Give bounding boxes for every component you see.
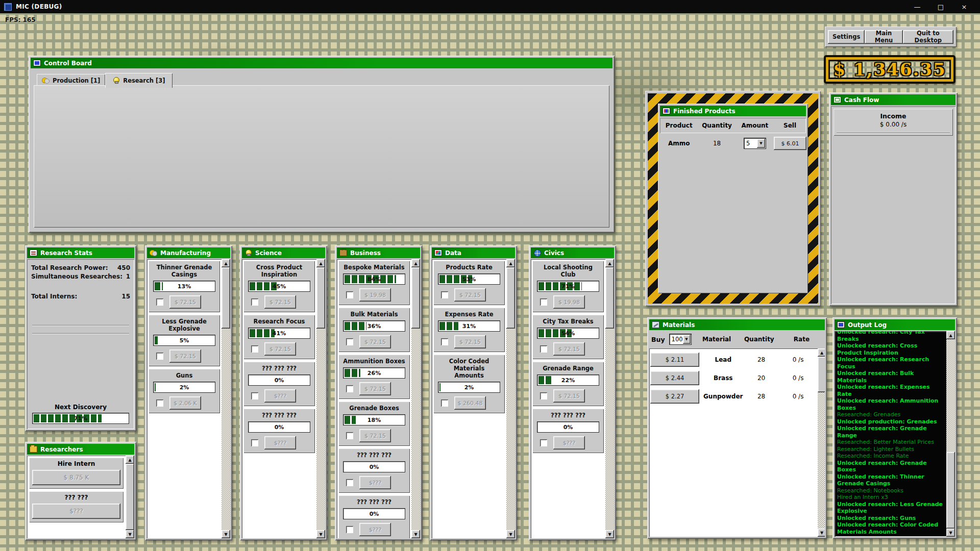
scroll-up-button[interactable]: ▲ <box>316 259 325 267</box>
minimize-button[interactable]: — <box>905 0 929 13</box>
scroll-down-button[interactable]: ▼ <box>506 530 515 538</box>
scrollbar[interactable]: ▲ ▼ <box>222 259 230 538</box>
scroll-track[interactable] <box>411 267 420 530</box>
auto-research-checkbox[interactable] <box>346 479 353 486</box>
scroll-track[interactable] <box>506 267 515 530</box>
fund-research-button[interactable]: $ 72.15 <box>553 389 585 403</box>
auto-research-checkbox[interactable] <box>346 338 353 345</box>
settings-button[interactable]: Settings <box>828 30 865 44</box>
close-button[interactable]: × <box>952 0 976 13</box>
auto-research-checkbox[interactable] <box>251 392 258 399</box>
auto-research-checkbox[interactable] <box>156 399 163 407</box>
dropdown-arrow-icon[interactable]: ▼ <box>683 335 691 344</box>
auto-research-checkbox[interactable] <box>441 399 448 407</box>
scroll-track[interactable] <box>946 339 955 529</box>
fund-research-button[interactable]: $ 2.06 K <box>169 396 201 410</box>
scroll-down-button[interactable]: ▼ <box>946 529 955 537</box>
fund-research-button[interactable]: $ 72.15 <box>169 295 201 309</box>
stat-value: 15 <box>121 293 130 300</box>
sell-amount-dropdown[interactable]: 5 ▼ <box>744 138 766 149</box>
scroll-up-button[interactable]: ▲ <box>605 259 614 267</box>
auto-research-checkbox[interactable] <box>441 291 448 298</box>
fund-research-button[interactable]: $??? <box>264 436 296 449</box>
fund-research-button[interactable]: $ 19.98 <box>359 288 391 302</box>
fund-research-button[interactable]: $ 260.48 <box>454 396 486 410</box>
fund-research-button[interactable]: $??? <box>359 476 391 489</box>
tab-research[interactable]: Research [3] <box>105 73 172 88</box>
auto-research-checkbox[interactable] <box>156 353 163 360</box>
scroll-track[interactable] <box>222 267 230 530</box>
scroll-down-button[interactable]: ▼ <box>605 530 614 538</box>
scroll-track[interactable] <box>818 357 825 529</box>
scroll-down-button[interactable]: ▼ <box>316 530 325 538</box>
scroll-thumb[interactable] <box>506 267 515 329</box>
research-progress-bar: 0% <box>537 421 599 433</box>
scroll-thumb[interactable] <box>222 267 230 329</box>
auto-research-checkbox[interactable] <box>346 526 353 533</box>
sell-button[interactable]: $ 6.01 <box>774 137 806 150</box>
scrollbar[interactable]: ▲ ▼ <box>506 259 515 538</box>
scroll-up-button[interactable]: ▲ <box>946 331 955 339</box>
scroll-thumb[interactable] <box>946 452 955 529</box>
auto-research-checkbox[interactable] <box>156 298 163 306</box>
auto-research-checkbox[interactable] <box>251 345 258 353</box>
auto-research-checkbox[interactable] <box>540 392 547 399</box>
buy-amount-dropdown[interactable]: 100 ▼ <box>669 334 692 345</box>
auto-research-checkbox[interactable] <box>251 298 258 306</box>
fund-research-button[interactable]: $ 72.15 <box>359 335 391 348</box>
fund-research-button[interactable]: $ 72.15 <box>264 342 296 356</box>
buy-material-button[interactable]: $ 2.11 <box>650 353 699 367</box>
fund-research-button[interactable]: $ 72.15 <box>553 342 585 356</box>
auto-research-checkbox[interactable] <box>346 385 353 392</box>
scroll-up-button[interactable]: ▲ <box>818 348 825 357</box>
auto-research-checkbox[interactable] <box>346 432 353 439</box>
scroll-up-button[interactable]: ▲ <box>411 259 420 267</box>
auto-research-checkbox[interactable] <box>540 345 547 353</box>
hire-button[interactable]: $??? <box>32 504 120 519</box>
scroll-up-button[interactable]: ▲ <box>506 259 515 267</box>
research-item-name: Research Focus <box>248 318 310 325</box>
scrollbar[interactable]: ▲ ▼ <box>411 259 420 538</box>
buy-material-button[interactable]: $ 2.27 <box>650 389 699 404</box>
scrollbar[interactable]: ▲ ▼ <box>946 331 955 537</box>
hire-button[interactable]: $ 8.75 K <box>32 470 120 485</box>
scroll-thumb[interactable] <box>316 267 325 329</box>
scroll-thumb[interactable] <box>605 267 614 329</box>
auto-research-checkbox[interactable] <box>251 439 258 446</box>
fund-research-button[interactable]: $ 72.15 <box>454 288 486 302</box>
auto-research-checkbox[interactable] <box>540 298 547 306</box>
scrollbar[interactable]: ▲ ▼ <box>605 259 614 538</box>
scroll-track[interactable] <box>605 267 614 530</box>
scrollbar[interactable]: ▲ ▼ <box>316 259 325 538</box>
fund-research-button[interactable]: $??? <box>553 436 585 449</box>
fund-research-button[interactable]: $ 19.98 <box>553 295 585 309</box>
maximize-button[interactable]: □ <box>929 0 952 13</box>
scroll-up-button[interactable]: ▲ <box>126 456 134 464</box>
dropdown-arrow-icon[interactable]: ▼ <box>757 139 765 148</box>
scroll-thumb[interactable] <box>411 267 420 329</box>
auto-research-checkbox[interactable] <box>540 439 547 446</box>
quit-to-desktop-button[interactable]: Quit to Desktop <box>903 30 953 44</box>
scroll-down-button[interactable]: ▼ <box>818 529 825 537</box>
scrollbar[interactable]: ▲ ▼ <box>126 456 134 538</box>
buy-material-button[interactable]: $ 2.44 <box>650 371 699 385</box>
scroll-track[interactable] <box>126 464 134 530</box>
scroll-down-button[interactable]: ▼ <box>126 530 134 538</box>
fund-research-button[interactable]: $ 72.15 <box>359 429 391 442</box>
scroll-thumb[interactable] <box>818 357 825 392</box>
main-menu-button[interactable]: Main Menu <box>865 30 902 44</box>
fund-research-button[interactable]: $??? <box>359 523 391 536</box>
scroll-thumb[interactable] <box>126 464 134 530</box>
auto-research-checkbox[interactable] <box>441 338 448 345</box>
fund-research-button[interactable]: $ 72.15 <box>264 295 296 309</box>
fund-research-button[interactable]: $ 72.15 <box>359 382 391 395</box>
scroll-down-button[interactable]: ▼ <box>411 530 420 538</box>
scroll-track[interactable] <box>316 267 325 530</box>
scroll-up-button[interactable]: ▲ <box>222 259 230 267</box>
auto-research-checkbox[interactable] <box>346 291 353 298</box>
scrollbar[interactable]: ▲ ▼ <box>818 348 825 537</box>
scroll-down-button[interactable]: ▼ <box>222 530 230 538</box>
fund-research-button[interactable]: $ 72.15 <box>169 349 201 363</box>
fund-research-button[interactable]: $ 72.15 <box>454 335 486 348</box>
fund-research-button[interactable]: $??? <box>264 389 296 403</box>
